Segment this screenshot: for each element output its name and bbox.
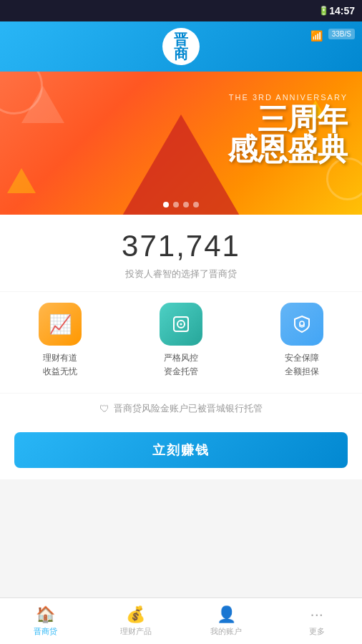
finance-label: 理财有道收益无忧 [43,351,77,379]
nav-account[interactable]: 👤 我的账户 [181,598,272,644]
earn-money-button[interactable]: 立刻赚钱 [14,432,348,468]
app-header: 晋商 📶 33B/S [0,21,362,72]
nav-more-label: 更多 [309,626,325,637]
app-logo: 晋商 [162,28,200,65]
nav-account-label: 我的账户 [210,626,242,637]
security-icon [280,303,323,346]
logo-text: 晋商 [174,32,188,61]
feature-risk: 严格风控资金托管 [127,303,235,379]
feature-finance: 📈 理财有道收益无忧 [6,303,114,379]
nav-products-label: 理财产品 [120,626,152,637]
dot-2 [173,202,179,208]
banner-title: 三周年 感恩盛典 [228,104,348,165]
svg-point-7 [300,321,304,326]
dot-3 [183,202,189,208]
nav-home-label: 晋商贷 [34,626,57,637]
risk-label: 严格风控资金托管 [164,351,198,379]
wifi-icon: 📶 [310,30,323,42]
svg-point-2 [180,323,182,326]
dot-1 [163,202,169,208]
banner-text: THE 3RD ANNIVERSARY 三周年 感恩盛典 [228,93,348,165]
stats-section: 371,741 投资人睿智的选择了晋商贷 [0,215,362,291]
security-label: 安全保障全额担保 [285,351,319,379]
products-icon: 💰 [126,605,145,624]
risk-icon [160,303,202,346]
account-icon: 👤 [217,605,236,624]
nav-home[interactable]: 🏠 晋商贷 [0,598,91,644]
nav-more[interactable]: ··· 更多 [272,598,363,644]
feature-security: 安全保障全额担保 [248,303,356,379]
network-speed: 33B/S [328,29,355,39]
home-icon: 🏠 [36,605,55,624]
features-section: 📈 理财有道收益无忧 严格风控资金托管 安全保障全额担保 [0,292,362,393]
bottom-navigation: 🏠 晋商贷 💰 理财产品 👤 我的账户 ··· 更多 [0,597,362,644]
nav-products[interactable]: 💰 理财产品 [91,598,182,644]
investor-count: 371,741 [0,229,362,263]
stats-subtitle: 投资人睿智的选择了晋商贷 [0,268,362,280]
battery-icon: 🔋 [318,6,329,16]
cta-section: 立刻赚钱 [0,424,362,479]
banner-dots [163,202,199,208]
status-time: 14:57 [329,5,355,16]
banner-subtitle: THE 3RD ANNIVERSARY [228,93,348,102]
status-bar: 🔋 14:57 [0,0,362,21]
trust-text: 晋商贷风险金账户已被晋城银行托管 [114,402,263,415]
shield-icon: 🛡 [99,403,109,414]
more-icon: ··· [310,605,323,624]
promo-banner[interactable]: THE 3RD ANNIVERSARY 三周年 感恩盛典 [0,72,362,215]
dot-4 [193,202,199,208]
finance-icon: 📈 [39,303,82,346]
trust-badge: 🛡 晋商贷风险金账户已被晋城银行托管 [0,394,362,424]
